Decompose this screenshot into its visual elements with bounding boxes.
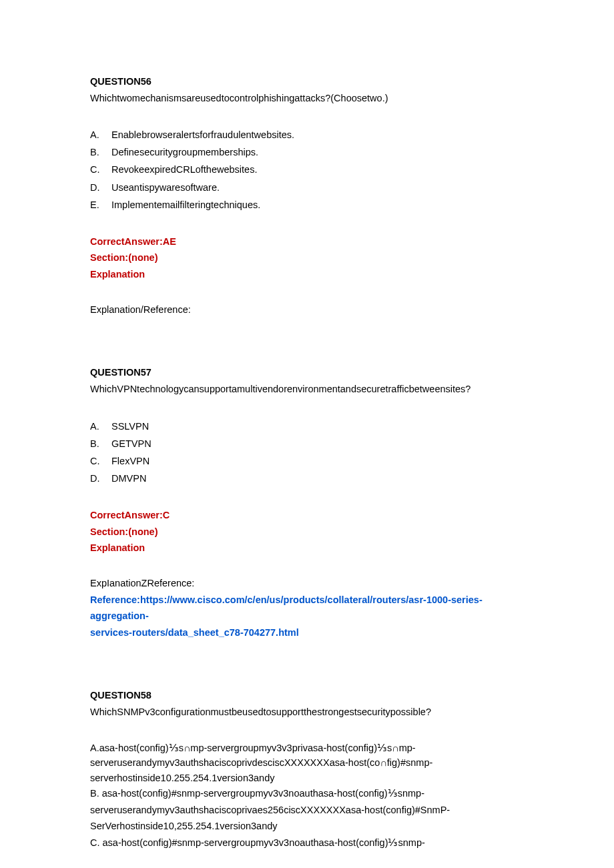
option-letter: A. xyxy=(90,418,102,435)
options-list: A. SSLVPN B. GETVPN C. FlexVPN D. DMVPN xyxy=(90,418,524,487)
question-block-57: QUESTION57 WhichVPNtechnologycansupporta… xyxy=(90,364,524,640)
question-prompt: WhichSNMPv3configurationmustbeusedtosupp… xyxy=(90,704,524,721)
option-letter: D. xyxy=(90,179,102,196)
config-line: serveruserandymyv3authshaciscoprivaes256… xyxy=(90,802,524,819)
question-header: QUESTION56 xyxy=(90,73,524,90)
option-text: SSLVPN xyxy=(102,418,149,435)
option-c: C. RevokeexpiredCRLofthewebsites. xyxy=(90,161,524,178)
option-text: RevokeexpiredCRLofthewebsites. xyxy=(102,161,257,178)
answer-section: CorrectAnswer:C Section:(none) Explanati… xyxy=(90,507,524,556)
question-prompt: WhichVPNtechnologycansupportamultivendor… xyxy=(90,381,524,398)
option-d: D. DMVPN xyxy=(90,470,524,487)
explanation-reference: ExpIanationZReference: xyxy=(90,575,524,592)
document-page: QUESTION56 Whichtwomechanismsareusedtoco… xyxy=(0,0,614,868)
option-b: B. Definesecuritygroupmemberships. xyxy=(90,143,524,161)
config-line: C. asa-host(config)#snmp-servergroupmyv3… xyxy=(90,835,524,851)
option-text: Useantispywaresoftware. xyxy=(102,179,220,196)
explanation-label: Explanation xyxy=(90,266,524,283)
option-text: Implementemailfilteringtechniques. xyxy=(102,196,260,213)
config-line: B. asa-host(config)#snmp-servergroupmyv3… xyxy=(90,785,524,802)
option-letter: D. xyxy=(90,470,102,487)
option-e: E. Implementemailfilteringtechniques. xyxy=(90,196,524,213)
option-a: A. SSLVPN xyxy=(90,418,524,435)
option-d: D. Useantispywaresoftware. xyxy=(90,179,524,196)
question-block-56: QUESTION56 Whichtwomechanismsareusedtoco… xyxy=(90,73,524,318)
explanation-label: Explanation xyxy=(90,540,524,556)
reference-link[interactable]: services-routers/data_sheet_c78-704277.h… xyxy=(90,624,524,641)
config-line: serverhostinside10.255.254.1version3andy xyxy=(90,771,524,785)
question-header: QUESTION58 xyxy=(90,687,524,704)
config-line: serveruserandymyv3authshaciscoprivdescis… xyxy=(90,755,524,770)
option-b: B. GETVPN xyxy=(90,435,524,452)
option-a: A. Enablebrowseralertsforfraudulentwebsi… xyxy=(90,126,524,143)
option-letter: A. xyxy=(90,126,102,143)
config-line: SerVerhostinside10,255.254.1version3andy xyxy=(90,818,524,835)
option-text: Definesecuritygroupmemberships. xyxy=(102,143,258,161)
section-label: Section:(none) xyxy=(90,250,524,266)
option-text: FlexVPN xyxy=(102,452,149,470)
option-letter: B. xyxy=(90,435,102,452)
answer-body: A.asa-host(config)⅓s∩mp-servergroupmyv3v… xyxy=(90,741,524,851)
question-prompt: Whichtwomechanismsareusedtocontrolphishi… xyxy=(90,90,524,107)
option-letter: C. xyxy=(90,161,102,178)
explanation-reference: Explanation/Reference: xyxy=(90,302,524,318)
correct-answer: CorrectAnswer:C xyxy=(90,507,524,524)
question-header: QUESTION57 xyxy=(90,364,524,381)
option-text: DMVPN xyxy=(102,470,146,487)
options-list: A. Enablebrowseralertsforfraudulentwebsi… xyxy=(90,126,524,213)
reference-link[interactable]: Reference:https://www.cisco.com/c/en/us/… xyxy=(90,592,524,624)
answer-section: CorrectAnswer:AE Section:(none) Explanat… xyxy=(90,234,524,283)
option-text: Enablebrowseralertsforfraudulentwebsites… xyxy=(102,126,294,143)
option-letter: E. xyxy=(90,196,102,213)
option-letter: C. xyxy=(90,452,102,470)
option-c: C. FlexVPN xyxy=(90,452,524,470)
config-line: A.asa-host(config)⅓s∩mp-servergroupmyv3v… xyxy=(90,741,524,755)
section-label: Section:(none) xyxy=(90,524,524,540)
option-text: GETVPN xyxy=(102,435,151,452)
question-block-58: QUESTION58 WhichSNMPv3configurationmustb… xyxy=(90,687,524,851)
correct-answer: CorrectAnswer:AE xyxy=(90,234,524,250)
option-letter: B. xyxy=(90,143,102,161)
